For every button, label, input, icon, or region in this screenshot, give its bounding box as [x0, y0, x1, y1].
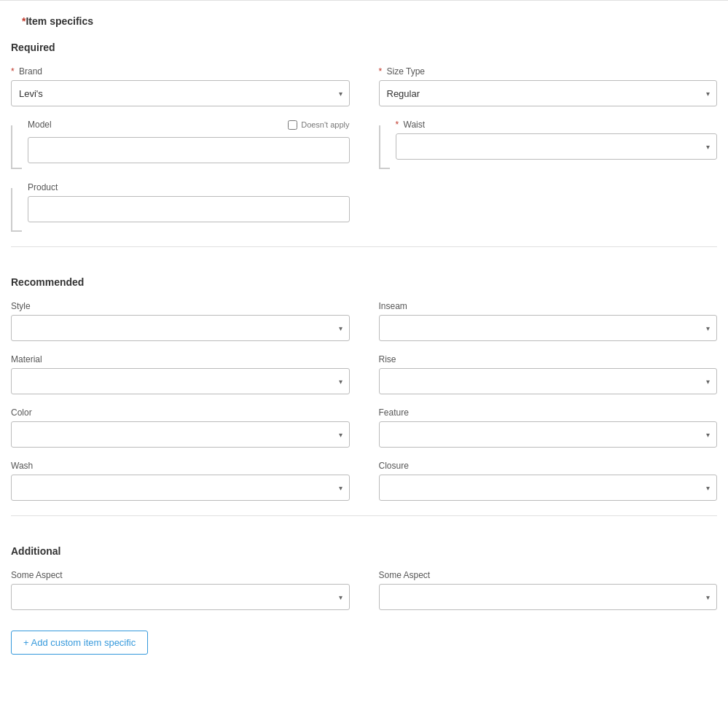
size-type-label: * Size Type [379, 66, 718, 77]
feature-select[interactable]: Distressed Embroidered Printed [379, 421, 718, 448]
brand-group: * Brand Levi's Wrangler Lee ▾ [11, 66, 350, 106]
waist-group-outer: * Waist 28 30 32 34 ▾ [379, 120, 718, 169]
brand-label-text: Brand [19, 66, 42, 77]
wash-select-wrapper: Dark Wash Medium Wash Light Wash ▾ [11, 475, 350, 501]
size-type-select[interactable]: Regular Petite Plus Tall [379, 80, 718, 106]
model-doesnt-apply-checkbox[interactable] [288, 120, 297, 130]
some-aspect-left-group: Some Aspect ▾ [11, 570, 350, 610]
page-title: *Item specifics [11, 1, 717, 27]
recommended-section-header: Recommended [11, 262, 717, 288]
material-group: Material Cotton Denim Polyester ▾ [11, 354, 350, 394]
waist-select-wrapper: 28 30 32 34 ▾ [396, 133, 718, 160]
page-title-text: Item specifics [26, 15, 93, 27]
waist-label: * Waist [396, 120, 718, 130]
recommended-section: Recommended Style Straight Slim Relaxed … [11, 262, 717, 501]
wash-closure-row: Wash Dark Wash Medium Wash Light Wash ▾ … [11, 461, 717, 501]
closure-select[interactable]: Zip Fly Button Fly [379, 475, 718, 501]
required-section: Required * Brand Levi's Wrangler Lee ▾ [11, 27, 717, 232]
add-custom-button-row: + Add custom item specific [11, 623, 717, 655]
closure-group: Closure Zip Fly Button Fly ▾ [379, 461, 718, 501]
brand-select[interactable]: Levi's Wrangler Lee [11, 80, 350, 106]
additional-section: Additional Some Aspect ▾ Some Aspect [11, 531, 717, 655]
additional-section-header: Additional [11, 531, 717, 557]
size-type-label-text: Size Type [387, 66, 425, 77]
color-label: Color [11, 407, 350, 418]
color-feature-row: Color Blue Black White ▾ Feature [11, 407, 717, 448]
product-group-outer: Product [11, 182, 350, 232]
page-container: *Item specifics Required * Brand Levi's … [0, 0, 728, 718]
model-group-outer: Model Doesn't apply [11, 120, 350, 169]
model-doesnt-apply-label: Doesn't apply [301, 120, 349, 129]
color-group: Color Blue Black White ▾ [11, 407, 350, 448]
material-select[interactable]: Cotton Denim Polyester [11, 368, 350, 394]
brand-required-star: * [11, 66, 17, 77]
wash-group: Wash Dark Wash Medium Wash Light Wash ▾ [11, 461, 350, 501]
some-aspect-left-select-wrapper: ▾ [11, 584, 350, 610]
size-type-required-star: * [379, 66, 385, 77]
some-aspect-left-label: Some Aspect [11, 570, 350, 580]
some-aspect-left-select[interactable] [11, 584, 350, 610]
product-indented-fields: Product [28, 182, 350, 222]
style-select-wrapper: Straight Slim Relaxed ▾ [11, 315, 350, 341]
product-indent-line: Product [11, 182, 350, 232]
inseam-select-wrapper: 28" 30" 32" ▾ [379, 315, 718, 341]
color-select-wrapper: Blue Black White ▾ [11, 421, 350, 448]
main-content: *Item specifics Required * Brand Levi's … [0, 1, 728, 655]
waist-indent-line: * Waist 28 30 32 34 ▾ [379, 120, 718, 169]
wash-select[interactable]: Dark Wash Medium Wash Light Wash [11, 475, 350, 501]
size-type-group: * Size Type Regular Petite Plus Tall ▾ [379, 66, 718, 106]
model-input[interactable] [28, 137, 350, 163]
material-label: Material [11, 354, 350, 364]
size-type-select-wrapper: Regular Petite Plus Tall ▾ [379, 80, 718, 106]
rise-group: Rise Low Mid High ▾ [379, 354, 718, 394]
required-recommended-divider [11, 246, 717, 247]
required-section-header: Required [11, 27, 717, 53]
wash-label: Wash [11, 461, 350, 471]
model-header: Model Doesn't apply [28, 120, 350, 133]
closure-select-wrapper: Zip Fly Button Fly ▾ [379, 475, 718, 501]
color-select[interactable]: Blue Black White [11, 421, 350, 448]
brand-label: * Brand [11, 66, 350, 77]
model-indented-fields: Model Doesn't apply [28, 120, 350, 163]
rise-label: Rise [379, 354, 718, 364]
waist-label-text: Waist [404, 120, 426, 130]
inseam-label: Inseam [379, 301, 718, 311]
style-select[interactable]: Straight Slim Relaxed [11, 315, 350, 341]
brand-sizetype-row: * Brand Levi's Wrangler Lee ▾ * Size Typ… [11, 66, 717, 106]
some-aspect-right-select-wrapper: ▾ [379, 584, 718, 610]
brand-select-wrapper: Levi's Wrangler Lee ▾ [11, 80, 350, 106]
feature-group: Feature Distressed Embroidered Printed ▾ [379, 407, 718, 448]
waist-indent-bracket [379, 125, 390, 169]
rise-select[interactable]: Low Mid High [379, 368, 718, 394]
style-group: Style Straight Slim Relaxed ▾ [11, 301, 350, 341]
model-indent-line: Model Doesn't apply [11, 120, 350, 169]
style-label: Style [11, 301, 350, 311]
inseam-group: Inseam 28" 30" 32" ▾ [379, 301, 718, 341]
style-inseam-row: Style Straight Slim Relaxed ▾ Inseam [11, 301, 717, 341]
product-label: Product [28, 182, 350, 192]
product-indent-bracket [11, 188, 22, 232]
some-aspect-row: Some Aspect ▾ Some Aspect ▾ [11, 570, 717, 610]
model-waist-row: Model Doesn't apply [11, 120, 717, 169]
model-doesnt-apply-row: Doesn't apply [288, 120, 349, 130]
material-rise-row: Material Cotton Denim Polyester ▾ Rise [11, 354, 717, 394]
feature-select-wrapper: Distressed Embroidered Printed ▾ [379, 421, 718, 448]
model-indent-bracket [11, 125, 22, 169]
waist-indented-fields: * Waist 28 30 32 34 ▾ [396, 120, 718, 160]
waist-required-star: * [396, 120, 402, 130]
product-input[interactable] [28, 196, 350, 222]
rise-select-wrapper: Low Mid High ▾ [379, 368, 718, 394]
waist-select[interactable]: 28 30 32 34 [396, 133, 718, 160]
product-row: Product [11, 182, 717, 232]
model-label: Model [28, 120, 52, 130]
some-aspect-right-group: Some Aspect ▾ [379, 570, 718, 610]
closure-label: Closure [379, 461, 718, 471]
add-custom-item-specific-button[interactable]: + Add custom item specific [11, 631, 148, 655]
recommended-additional-divider [11, 515, 717, 516]
inseam-select[interactable]: 28" 30" 32" [379, 315, 718, 341]
some-aspect-right-select[interactable] [379, 584, 718, 610]
material-select-wrapper: Cotton Denim Polyester ▾ [11, 368, 350, 394]
feature-label: Feature [379, 407, 718, 418]
some-aspect-right-label: Some Aspect [379, 570, 718, 580]
